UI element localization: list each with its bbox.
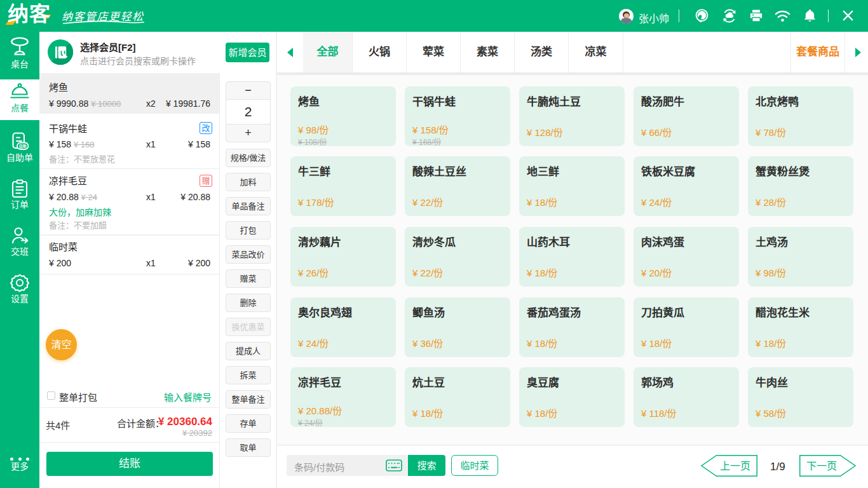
svg-text:自助: 自助 bbox=[19, 144, 27, 149]
svg-text:下一页: 下一页 bbox=[806, 461, 837, 471]
svg-text:上一页: 上一页 bbox=[720, 461, 750, 471]
